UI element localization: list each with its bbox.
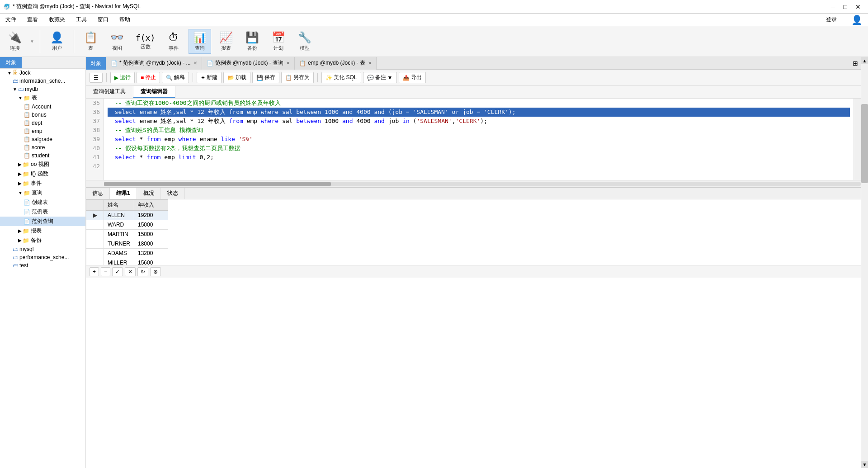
table-row[interactable]: ADAMS 13200: [86, 249, 168, 258]
tree-bonus[interactable]: 📋 bonus: [0, 111, 85, 119]
result-tab-result1[interactable]: 结果1: [110, 188, 137, 199]
refresh-button[interactable]: ↻: [137, 267, 148, 276]
toolbar-model[interactable]: 🔧 模型: [293, 29, 316, 53]
login-button[interactable]: 登录: [824, 15, 839, 24]
run-button[interactable]: ▶ 运行: [110, 72, 135, 83]
menu-tools[interactable]: 工具: [74, 15, 89, 24]
load-button[interactable]: 📂 加载: [223, 72, 250, 83]
tree-test[interactable]: 🗃 test: [0, 261, 85, 269]
tree-views[interactable]: ▶ 📁 oo 视图: [0, 160, 85, 169]
tree-reports[interactable]: ▶ 📁 报表: [0, 226, 85, 236]
explain-button[interactable]: 🔍 解释: [162, 72, 189, 83]
code-area[interactable]: -- 查询工资在1000-4000之间的厨师或销售员的姓名及年收入 select…: [104, 99, 854, 180]
new-button[interactable]: ✦ 新建: [197, 72, 222, 83]
tab-add-button[interactable]: ⊞: [850, 60, 861, 67]
vscroll-thumb[interactable]: [861, 104, 868, 183]
editor-vscroll[interactable]: [854, 99, 861, 180]
sql-editor[interactable]: 35 36 37 38 39 40 41 42 -- 查询工资在1000-400…: [86, 99, 861, 180]
tree-account[interactable]: 📋 Account: [0, 103, 85, 111]
tab-fanli[interactable]: 📄 范例表 @mydb (Jock) - 查询 ✕: [202, 57, 295, 70]
delete-row-button[interactable]: −: [101, 267, 110, 276]
toolbar-event[interactable]: ⏱ 事件: [162, 29, 185, 53]
col-salary[interactable]: 年收入: [134, 200, 168, 211]
tree-emp[interactable]: 📋 emp: [0, 127, 85, 135]
tree-funcs[interactable]: ▶ 📁 f() 函数: [0, 169, 85, 179]
result-tab-info[interactable]: 信息: [86, 188, 110, 199]
hscroll-thumb[interactable]: [104, 182, 331, 186]
sidebar-tab-object[interactable]: 对象: [0, 57, 22, 68]
tree-createtable[interactable]: 📄 创建表: [0, 198, 85, 207]
maximize-button[interactable]: □: [840, 2, 851, 11]
toolbar-schedule[interactable]: 📅 计划: [267, 29, 290, 53]
menu-view[interactable]: 查看: [25, 15, 40, 24]
toolbar-table[interactable]: 📋 表: [80, 29, 102, 53]
table-row[interactable]: ▶ ALLEN 19200: [86, 211, 168, 220]
close-button[interactable]: ✕: [852, 2, 864, 11]
tree-mysql[interactable]: 🗃 mysql: [0, 245, 85, 253]
subtab-builder[interactable]: 查询创建工具: [86, 86, 133, 98]
minimize-button[interactable]: ─: [827, 2, 839, 11]
toolbar-user[interactable]: 👤 用户: [46, 29, 68, 53]
menu-window[interactable]: 窗口: [96, 15, 110, 24]
tab-emp-close[interactable]: ✕: [368, 61, 372, 66]
tree-dept[interactable]: 📋 dept: [0, 119, 85, 127]
menu-favorites[interactable]: 收藏夹: [47, 15, 67, 24]
tree-score[interactable]: 📋 score: [0, 143, 85, 151]
tree-student[interactable]: 📋 student: [0, 151, 85, 160]
check-button[interactable]: ✓: [112, 267, 123, 276]
funcs-arrow: ▶: [18, 171, 22, 176]
vscroll-down[interactable]: ▼: [861, 461, 868, 468]
beautify-button[interactable]: ✨ 美化 SQL: [321, 72, 361, 83]
save-button[interactable]: 💾 保存: [252, 72, 279, 83]
toolbar-query[interactable]: 📊 查询: [189, 29, 211, 54]
tree-information-schema[interactable]: 🗃 information_sche...: [0, 77, 85, 85]
tree-queries[interactable]: ▼ 📁 查询: [0, 188, 85, 198]
editor-hscroll[interactable]: [86, 180, 861, 187]
tree-performance[interactable]: 🗃 performance_sche...: [0, 253, 85, 261]
toolbar-connect[interactable]: 🔌 连接: [4, 29, 26, 53]
tab-query-icon: 📄: [111, 60, 118, 66]
subtab-editor[interactable]: 查询编辑器: [133, 86, 175, 98]
menu-help[interactable]: 帮助: [118, 15, 132, 24]
result-tab-status[interactable]: 状态: [161, 188, 185, 199]
tab-fanli-close[interactable]: ✕: [286, 61, 290, 66]
tree-fanli-chaxun[interactable]: 📄 范例查询: [0, 217, 85, 226]
result-tab-overview[interactable]: 概况: [137, 188, 161, 199]
tree-mydb[interactable]: ▼ 🗃 mydb: [0, 85, 85, 93]
titlebar: 🐬 * 范例查询 @mydb (Jock) - 查询 - Navicat for…: [0, 0, 868, 14]
comment-button[interactable]: 💬 备注 ▼: [363, 72, 397, 83]
export-label: 导出: [411, 74, 422, 81]
tree-tables[interactable]: ▼ 📁 表: [0, 93, 85, 103]
toolbar-view[interactable]: 👓 视图: [106, 29, 128, 53]
menu-file[interactable]: 文件: [4, 15, 18, 24]
toolbar-backup[interactable]: 💾 备份: [241, 29, 264, 53]
add-row-button[interactable]: +: [90, 267, 99, 276]
tree-events[interactable]: ▶ 📁 事件: [0, 179, 85, 188]
tree-backups[interactable]: ▶ 📁 备份: [0, 236, 85, 245]
toolbar-func[interactable]: f(x) 函数: [132, 31, 159, 52]
table-row[interactable]: WARD 15000: [86, 220, 168, 230]
tab-query-close[interactable]: ✕: [193, 61, 197, 66]
vscroll-up[interactable]: ▲: [861, 57, 868, 64]
table-row[interactable]: MARTIN 15000: [86, 230, 168, 239]
query-label: 查询: [195, 45, 205, 52]
export-button[interactable]: 📤 导出: [399, 72, 426, 83]
x-button[interactable]: ✕: [125, 267, 136, 276]
stop-button[interactable]: ■ 停止: [137, 72, 160, 83]
tab-query-edit[interactable]: 📄 * 范例查询 @mydb (Jock) - ... ✕: [106, 57, 202, 70]
table-row[interactable]: TURNER 18000: [86, 239, 168, 249]
toolbar-report[interactable]: 📈 报表: [215, 29, 237, 53]
col-name[interactable]: 姓名: [104, 200, 134, 211]
tab-object[interactable]: 对象: [86, 57, 106, 70]
beautify-label: 美化 SQL: [334, 74, 357, 81]
tab-emp[interactable]: 📋 emp @mydb (Jock) - 表 ✕: [295, 57, 377, 70]
stop-refresh-button[interactable]: ⊗: [150, 267, 161, 276]
save-as-button[interactable]: 📋 另存为: [281, 72, 314, 83]
tree-salgrade[interactable]: 📋 salgrade: [0, 135, 85, 143]
titlebar-controls[interactable]: ─ □ ✕: [827, 2, 864, 11]
tree-fanli-biao[interactable]: 📄 范例表: [0, 207, 85, 217]
tree-jock[interactable]: ▼ 🗄 Jock: [0, 69, 85, 77]
table-row[interactable]: MILLER 15600: [86, 258, 168, 265]
right-vscroll[interactable]: ▲ ▼: [861, 57, 868, 468]
hamburger-button[interactable]: ☰: [90, 73, 103, 83]
